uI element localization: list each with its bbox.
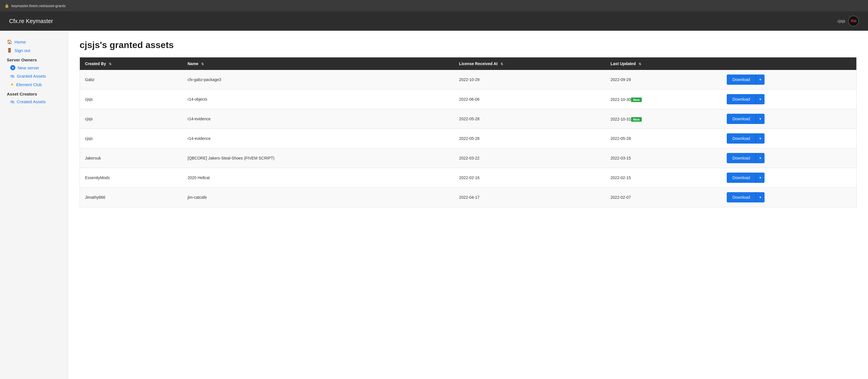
- cell-last-updated: 2022-02-07: [606, 188, 722, 207]
- lock-icon: 🔒: [4, 4, 9, 8]
- download-btn-group: Download▾: [727, 114, 851, 124]
- download-button[interactable]: Download: [727, 133, 756, 144]
- cell-action: Download▾: [722, 70, 857, 90]
- table-body: Gabzcfx-gabz-package32022-10-292022-09-2…: [80, 70, 857, 207]
- cell-last-updated: 2022-05-28: [606, 129, 722, 148]
- col-last-updated[interactable]: Last Updated ⇅: [606, 57, 722, 70]
- cell-created-by: EssenityMods: [80, 168, 183, 188]
- assets-table: Created By ⇅ Name ⇅ License Received At …: [80, 57, 857, 207]
- download-dropdown-button[interactable]: ▾: [756, 153, 765, 163]
- download-button[interactable]: Download: [727, 94, 756, 104]
- sidebar-item-element-club[interactable]: ★ Element Club: [4, 80, 63, 89]
- download-button[interactable]: Download: [727, 153, 756, 163]
- cell-license-received: 2022-03-22: [454, 148, 606, 168]
- sidebar-item-signout[interactable]: 🚪 Sign out: [4, 46, 63, 55]
- cell-name: 2020 Hellcat: [183, 168, 454, 188]
- sidebar-item-new-server[interactable]: + New server: [4, 63, 63, 72]
- download-button[interactable]: Download: [727, 114, 756, 124]
- cell-action: Download▾: [722, 109, 857, 129]
- cell-last-updated: 2022-10-30New: [606, 90, 722, 109]
- download-dropdown-button[interactable]: ▾: [756, 173, 765, 183]
- col-name[interactable]: Name ⇅: [183, 57, 454, 70]
- download-button[interactable]: Download: [727, 75, 756, 85]
- download-btn-group: Download▾: [727, 173, 851, 183]
- sort-icon-updated: ⇅: [639, 62, 641, 66]
- sort-icon-license: ⇅: [500, 62, 503, 66]
- table-row: Jimathy666jim-catcafe2022-04-172022-02-0…: [80, 188, 857, 207]
- table-row: cjsjsr14-evidence2022-05-282022-05-28Dow…: [80, 129, 857, 148]
- download-button[interactable]: Download: [727, 173, 756, 183]
- sort-icon-created-by: ⇅: [109, 62, 112, 66]
- cell-created-by: cjsjs: [80, 90, 183, 109]
- user-menu[interactable]: cjsjs R14: [838, 16, 859, 26]
- app-header: Cfx.re Keymaster cjsjs R14: [0, 11, 868, 31]
- sidebar-item-created-assets[interactable]: 🛍 Created Assets: [4, 97, 63, 106]
- cell-name: r14-objects: [183, 90, 454, 109]
- app-title: Cfx.re Keymaster: [9, 18, 53, 25]
- sidebar-item-granted-assets[interactable]: 🛍 Granted Assets: [4, 72, 63, 80]
- table-header-row: Created By ⇅ Name ⇅ License Received At …: [80, 57, 857, 70]
- cell-action: Download▾: [722, 90, 857, 109]
- sidebar-home-label: Home: [14, 39, 26, 45]
- sidebar-created-assets-label: Created Assets: [17, 99, 46, 104]
- sidebar-item-home[interactable]: 🏠 Home: [4, 37, 63, 46]
- table-header: Created By ⇅ Name ⇅ License Received At …: [80, 57, 857, 70]
- download-dropdown-button[interactable]: ▾: [756, 192, 765, 202]
- table-row: Gabzcfx-gabz-package32022-10-292022-09-2…: [80, 70, 857, 90]
- browser-url: keymaster.fivem.net/asset-grants: [11, 4, 66, 8]
- star-icon: ★: [10, 82, 14, 87]
- download-btn-group: Download▾: [727, 75, 851, 85]
- created-bag-icon: 🛍: [10, 99, 14, 104]
- sort-icon-name: ⇅: [201, 62, 204, 66]
- download-dropdown-button[interactable]: ▾: [756, 75, 765, 85]
- sidebar-element-club-label: Element Club: [16, 82, 42, 87]
- cell-license-received: 2022-10-29: [454, 70, 606, 90]
- col-updated-label: Last Updated: [611, 61, 636, 66]
- avatar: R14: [848, 16, 859, 26]
- main-content: cjsjs's granted assets Created By ⇅ Name…: [68, 31, 868, 379]
- col-created-by[interactable]: Created By ⇅: [80, 57, 183, 70]
- download-dropdown-button[interactable]: ▾: [756, 114, 765, 124]
- cell-last-updated: 2022-10-31New: [606, 109, 722, 129]
- cell-last-updated: 2022-03-15: [606, 148, 722, 168]
- sidebar-signout-label: Sign out: [14, 48, 30, 53]
- cell-action: Download▾: [722, 168, 857, 188]
- username-label: cjsjs: [838, 19, 845, 23]
- cell-name: r14-evidence: [183, 129, 454, 148]
- col-license-received[interactable]: License Received At ⇅: [454, 57, 606, 70]
- cell-action: Download▾: [722, 129, 857, 148]
- cell-license-received: 2022-04-17: [454, 188, 606, 207]
- asset-creators-section: Asset Creators: [4, 89, 63, 97]
- cell-name: cfx-gabz-package3: [183, 70, 454, 90]
- download-dropdown-button[interactable]: ▾: [756, 133, 765, 144]
- cell-license-received: 2022-02-16: [454, 168, 606, 188]
- avatar-initials: R14: [849, 16, 858, 26]
- home-icon: 🏠: [7, 39, 12, 45]
- cell-name: [QBCORE] Jakers-Steal-Shoes (FIVEM SCRIP…: [183, 148, 454, 168]
- cell-last-updated: 2022-09-29: [606, 70, 722, 90]
- cell-license-received: 2022-05-28: [454, 109, 606, 129]
- sidebar-granted-assets-label: Granted Assets: [17, 74, 46, 79]
- cell-name: jim-catcafe: [183, 188, 454, 207]
- sidebar-new-server-label: New server: [18, 65, 39, 70]
- table-row: cjsjsr14-evidence2022-05-282022-10-31New…: [80, 109, 857, 129]
- col-actions: [722, 57, 857, 70]
- browser-bar: 🔒 keymaster.fivem.net/asset-grants: [0, 0, 868, 11]
- new-badge: New: [631, 97, 642, 102]
- server-owners-section: Server Owners: [4, 55, 63, 63]
- download-button[interactable]: Download: [727, 192, 756, 202]
- cell-license-received: 2022-06-06: [454, 90, 606, 109]
- signout-icon: 🚪: [7, 48, 12, 53]
- col-license-label: License Received At: [459, 61, 498, 66]
- download-btn-group: Download▾: [727, 153, 851, 163]
- cell-last-updated: 2022-02-15: [606, 168, 722, 188]
- download-btn-group: Download▾: [727, 94, 851, 104]
- cell-action: Download▾: [722, 188, 857, 207]
- download-dropdown-button[interactable]: ▾: [756, 94, 765, 104]
- table-row: Jakersuk[QBCORE] Jakers-Steal-Shoes (FIV…: [80, 148, 857, 168]
- bag-icon: 🛍: [10, 74, 14, 79]
- cell-license-received: 2022-05-28: [454, 129, 606, 148]
- table-row: EssenityMods2020 Hellcat2022-02-162022-0…: [80, 168, 857, 188]
- col-created-by-label: Created By: [85, 61, 106, 66]
- download-btn-group: Download▾: [727, 133, 851, 144]
